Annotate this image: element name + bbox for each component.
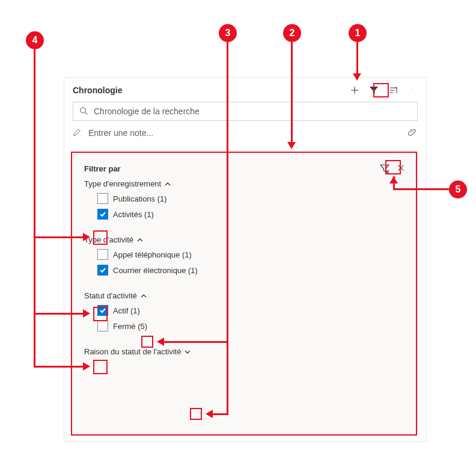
hl-check-activites bbox=[93, 230, 108, 245]
arrow-5-h2 bbox=[393, 188, 413, 190]
search-icon bbox=[79, 106, 89, 116]
svg-point-8 bbox=[411, 91, 412, 91]
callout-3: 3 bbox=[219, 24, 237, 42]
arrow-3-head2 bbox=[206, 410, 213, 418]
search-placeholder: Chronologie de la recherche bbox=[94, 106, 200, 116]
timeline-title: Chronologie bbox=[73, 85, 122, 95]
timeline-header: Chronologie bbox=[64, 78, 426, 99]
arrow-1-line bbox=[356, 42, 358, 75]
svg-point-6 bbox=[411, 89, 412, 90]
svg-point-7 bbox=[411, 90, 412, 91]
arrow-4-h3 bbox=[34, 366, 83, 368]
callout-1: 1 bbox=[349, 24, 367, 42]
arrow-3-vert bbox=[227, 42, 228, 414]
hl-clear-filter bbox=[385, 160, 401, 174]
hl-check-email bbox=[93, 307, 108, 321]
search-input[interactable]: Chronologie de la recherche bbox=[73, 102, 418, 121]
arrow-4-head1 bbox=[83, 233, 90, 241]
callout-5: 5 bbox=[449, 180, 467, 199]
callout-4: 4 bbox=[26, 31, 44, 49]
arrow-2-line bbox=[291, 42, 293, 143]
arrow-4-h1 bbox=[34, 236, 83, 238]
arrow-4-vert bbox=[34, 49, 35, 368]
svg-point-9 bbox=[81, 108, 86, 113]
arrow-3-h2 bbox=[213, 413, 228, 415]
arrow-1-head bbox=[353, 73, 361, 81]
arrow-3-head1 bbox=[157, 338, 164, 346]
note-placeholder: Entrer une note... bbox=[88, 128, 153, 138]
pencil-icon bbox=[73, 128, 82, 138]
plus-icon[interactable] bbox=[349, 85, 360, 96]
hl-chevron-reason bbox=[190, 408, 202, 420]
hl-filter-icon bbox=[373, 83, 389, 97]
hl-filter-pane bbox=[71, 152, 417, 436]
more-icon[interactable] bbox=[407, 85, 418, 96]
paperclip-icon[interactable] bbox=[408, 128, 418, 138]
arrow-4-head3 bbox=[83, 362, 90, 371]
note-input[interactable]: Entrer une note... bbox=[73, 125, 418, 141]
callout-2: 2 bbox=[283, 24, 301, 42]
sort-icon[interactable] bbox=[388, 85, 398, 96]
arrow-5-head-up bbox=[389, 176, 398, 183]
svg-line-10 bbox=[85, 112, 88, 115]
arrow-3-h1 bbox=[164, 341, 228, 343]
arrow-2-head bbox=[287, 142, 296, 149]
hl-chevron-status bbox=[141, 336, 153, 348]
arrow-4-h2 bbox=[34, 313, 83, 315]
hl-check-actif bbox=[93, 360, 108, 374]
arrow-5-h bbox=[412, 188, 449, 190]
arrow-4-head2 bbox=[83, 309, 90, 318]
